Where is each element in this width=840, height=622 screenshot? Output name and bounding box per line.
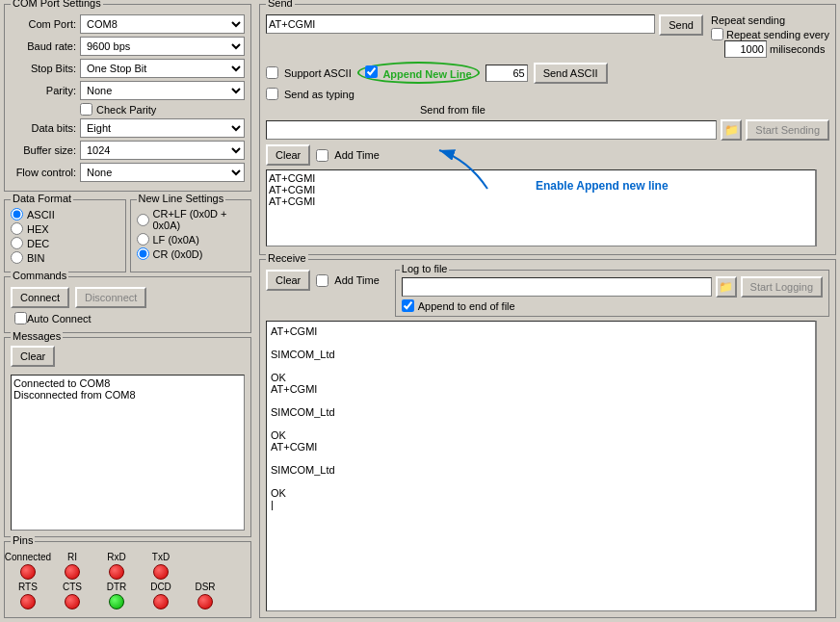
messages-title: Messages [11,330,63,342]
data-format-box: Data Format ASCII HEX DEC [4,199,126,272]
connect-button[interactable]: Connect [11,287,69,308]
dec-radio[interactable] [11,237,23,249]
receive-text-area[interactable]: AT+CGMI SIMCOM_Ltd OK AT+CGMI SIMCOM_Ltd… [266,321,816,611]
pin-rxd-label: RxD [107,552,125,562]
log-file-browse-button[interactable]: 📁 [716,276,737,298]
crlf-label: CR+LF (0x0D + 0x0A) [153,208,246,231]
pin-txd-label: TxD [152,552,170,562]
buffer-size-label: Buffer size: [11,144,80,156]
parity-select[interactable]: None [80,81,245,100]
repeat-sending-checkbox[interactable] [711,28,723,40]
buffer-size-select[interactable]: 1024 [80,141,245,160]
start-logging-button[interactable]: Start Logging [741,276,823,298]
receive-box: Receive Clear Add Time Log to file 📁 Sta… [259,259,836,618]
char-spinbox[interactable] [486,65,528,82]
support-ascii-label: Support ASCII [284,67,352,79]
receive-add-time-label: Add Time [334,274,379,286]
auto-connect-checkbox[interactable] [14,312,27,324]
com-port-select[interactable]: COM8 [80,14,245,34]
pin-rts-led [20,594,36,609]
append-new-line-label: Append New Line [357,62,480,84]
send-file-input[interactable] [266,120,717,140]
recv-cursor: | [271,499,811,510]
receive-clear-button[interactable]: Clear [266,270,310,291]
new-line-settings-title: New Line Settings [137,193,226,204]
hex-radio[interactable] [11,222,23,235]
stop-bits-label: Stop Bits: [11,63,80,74]
pin-connected-label: Connected [5,552,51,562]
receive-add-time-checkbox[interactable] [316,274,328,287]
pin-rts: RTS [11,582,45,609]
send-add-time-checkbox[interactable] [316,149,328,162]
check-parity-label: Check Parity [96,104,156,116]
pin-rts-label: RTS [18,582,38,592]
dec-label: DEC [27,238,49,249]
disconnect-button[interactable]: Disconnect [75,287,146,308]
receive-scrollbar[interactable] [816,321,829,611]
send-scrollbar[interactable] [816,169,829,246]
support-ascii-checkbox[interactable] [266,66,278,79]
recv-line-6: AT+CGMI [271,383,811,395]
flow-control-select[interactable]: None [80,163,245,182]
send-ascii-button[interactable]: Send ASCII [534,63,608,84]
recv-line-8: SIMCOM_Ltd [271,406,811,418]
crlf-radio[interactable] [137,214,149,226]
send-text-area[interactable]: AT+CGMI AT+CGMI AT+CGMI [266,169,816,246]
send-line-1: AT+CGMI [269,172,813,184]
check-parity-checkbox[interactable] [80,103,92,116]
recv-line-14 [271,476,811,487]
right-panel: Send Send Repeat sending Repeat sending … [255,0,840,622]
append-to-end-label: Append to end of file [418,300,515,312]
baud-rate-select[interactable]: 9600 bps [80,37,245,56]
repeat-sending-label: Repeat sending [711,14,829,26]
send-clear-button[interactable]: Clear [266,144,310,166]
start-sending-button[interactable]: Start Sending [746,119,829,141]
auto-connect-label: Auto Connect [27,313,92,324]
data-bits-select[interactable]: Eight [80,118,245,138]
send-as-typing-label: Send as typing [284,89,354,100]
messages-clear-button[interactable]: Clear [11,346,55,367]
stop-bits-select[interactable]: One Stop Bit [80,59,245,78]
ascii-radio[interactable] [11,208,23,220]
append-new-line-text: Append New Line [382,68,471,80]
pin-dtr-label: DTR [107,582,127,592]
send-input[interactable] [266,14,655,34]
pin-dcd-label: DCD [150,582,171,592]
pin-txd-led [153,564,169,580]
message-line-2: Disconnected from COM8 [13,389,242,401]
recv-line-4 [271,360,811,372]
send-button[interactable]: Send [659,14,703,36]
pin-dtr: DTR [99,582,134,609]
pin-dsr-label: DSR [195,582,215,592]
pin-dsr-led [197,594,213,609]
send-file-browse-button[interactable]: 📁 [721,119,742,141]
bin-radio[interactable] [11,251,23,264]
ascii-label: ASCII [27,209,55,220]
send-as-typing-checkbox[interactable] [266,88,278,100]
recv-line-12 [271,453,811,464]
log-file-input[interactable] [402,277,712,297]
recv-line-2 [271,337,811,349]
send-line-2: AT+CGMI [269,184,813,195]
recv-line-7 [271,395,811,406]
new-line-settings-box: New Line Settings CR+LF (0x0D + 0x0A) LF… [130,199,252,272]
recv-line-13: SIMCOM_Ltd [271,464,811,476]
cr-radio[interactable] [137,247,149,260]
bin-label: BIN [27,252,44,264]
pin-cts-led [65,594,80,609]
send-box: Send Send Repeat sending Repeat sending … [259,4,836,255]
lf-radio[interactable] [137,233,149,246]
messages-box: Messages Clear Connected to COM8 Disconn… [4,337,251,537]
cr-label: CR (0x0D) [153,248,203,260]
pin-cts-label: CTS [63,582,82,592]
pin-dcd-led [153,594,169,609]
send-line-3: AT+CGMI [269,195,813,207]
recv-line-3: SIMCOM_Ltd [271,349,811,360]
repeat-value-input[interactable] [724,40,767,58]
append-new-line-checkbox[interactable] [365,65,378,78]
messages-content: Connected to COM8 Disconnected from COM8 [11,375,245,531]
pin-connected: Connected [11,552,45,580]
pin-txd: TxD [144,552,178,580]
append-to-end-checkbox[interactable] [402,299,414,312]
pin-ri-led [65,564,80,580]
